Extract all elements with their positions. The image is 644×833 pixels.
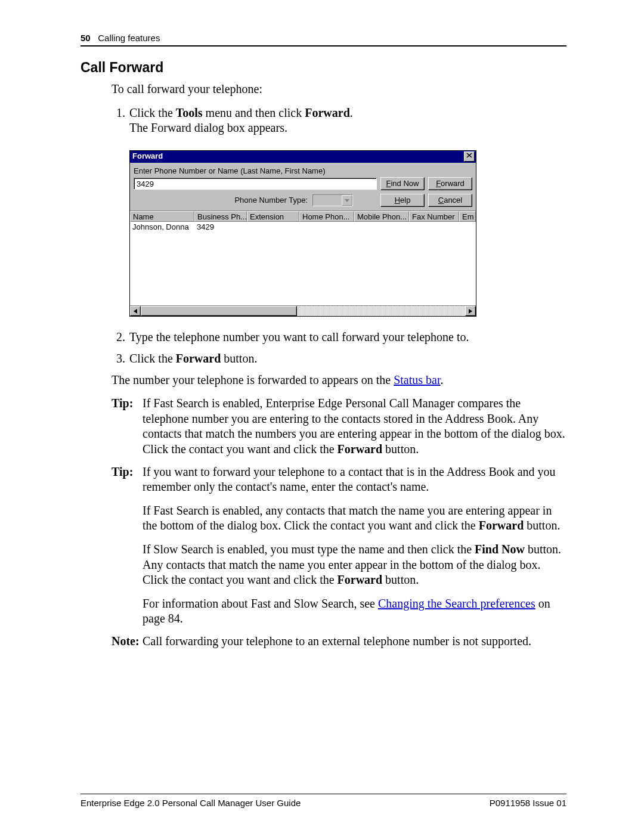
page-number: 50 xyxy=(80,33,91,43)
tip-2: Tip: If you want to forward your telepho… xyxy=(112,465,566,627)
results-header: Name Business Ph... Extension Home Phon.… xyxy=(130,210,476,222)
cancel-button[interactable]: Cancel xyxy=(428,194,472,207)
col-extension[interactable]: Extension xyxy=(247,211,299,222)
footer-right: P0911958 Issue 01 xyxy=(490,798,566,808)
cell-business: 3429 xyxy=(194,222,247,233)
col-em[interactable]: Em xyxy=(459,211,476,222)
page-footer: Enterprise Edge 2.0 Personal Call Manage… xyxy=(80,794,566,808)
note: Note: Call forwarding your telephone to … xyxy=(112,634,566,649)
phone-input[interactable] xyxy=(134,178,377,190)
tip-label: Tip: xyxy=(112,465,143,627)
dialog-prompt: Enter Phone Number or Name (Last Name, F… xyxy=(134,166,472,176)
step-3: Click the Forward button. xyxy=(128,351,566,367)
results-list: Johnson, Donna 3429 xyxy=(130,222,476,305)
status-bar-link[interactable]: Status bar xyxy=(394,373,440,386)
col-home[interactable]: Home Phon... xyxy=(299,211,354,222)
col-name[interactable]: Name xyxy=(130,211,194,222)
horizontal-scrollbar[interactable] xyxy=(130,305,476,316)
cell-name: Johnson, Donna xyxy=(130,222,194,233)
forward-dialog: Forward Enter Phone Number or Name (Last… xyxy=(129,150,476,317)
after-steps: The number your telephone is forwarded t… xyxy=(112,373,566,388)
scroll-right-icon[interactable] xyxy=(465,306,476,316)
intro-text: To call forward your telephone: xyxy=(112,82,566,97)
help-button[interactable]: Help xyxy=(380,194,425,207)
dialog-title: Forward xyxy=(132,151,163,162)
header-section: Calling features xyxy=(98,33,160,43)
close-icon[interactable] xyxy=(464,151,475,162)
steps-list: Click the Tools menu and then click Forw… xyxy=(112,106,566,367)
forward-button[interactable]: Forward xyxy=(428,177,472,190)
section-title: Call Forward xyxy=(80,60,566,76)
chevron-down-icon xyxy=(342,195,352,206)
note-label: Note: xyxy=(112,634,143,649)
tip-1: Tip: If Fast Search is enabled, Enterpri… xyxy=(112,396,566,457)
col-mobile[interactable]: Mobile Phon... xyxy=(354,211,409,222)
step-1: Click the Tools menu and then click Forw… xyxy=(128,106,566,317)
tip-label: Tip: xyxy=(112,396,143,457)
table-row[interactable]: Johnson, Donna 3429 xyxy=(130,222,476,233)
col-fax[interactable]: Fax Number xyxy=(409,211,459,222)
footer-left: Enterprise Edge 2.0 Personal Call Manage… xyxy=(80,798,301,808)
col-business[interactable]: Business Ph... xyxy=(194,211,247,222)
scroll-thumb[interactable] xyxy=(141,306,297,316)
step-2: Type the telephone number you want to ca… xyxy=(128,330,566,345)
running-header: 50 Calling features xyxy=(80,33,566,47)
search-prefs-link[interactable]: Changing the Search preferences xyxy=(378,597,535,610)
find-now-button[interactable]: Find Now xyxy=(380,177,425,190)
dialog-titlebar: Forward xyxy=(130,151,476,163)
scroll-left-icon[interactable] xyxy=(130,306,141,316)
phone-type-dropdown[interactable] xyxy=(312,194,353,206)
phone-type-label: Phone Number Type: xyxy=(234,196,308,206)
